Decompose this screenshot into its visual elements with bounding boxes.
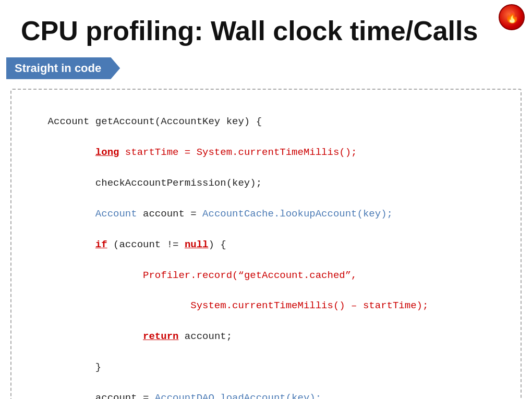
logo-icon: 🔥 xyxy=(499,4,526,31)
code-line-6a xyxy=(48,270,143,281)
code-line-4d: AccountCache.lookupAccount(key); xyxy=(202,208,393,220)
code-line-7b: System.currentTimeMillis() – startTime); xyxy=(190,300,428,311)
code-kw-return1: return xyxy=(143,331,178,342)
code-line-4a xyxy=(48,208,95,220)
code-line-4c: account = xyxy=(137,208,202,220)
code-box: Account getAccount(AccountKey key) { lon… xyxy=(10,89,522,399)
code-line-3: checkAccountPermission(key); xyxy=(48,177,262,189)
code-kw-long: long xyxy=(95,147,119,158)
code-kw-null: null xyxy=(185,239,209,250)
code-line-6b: Profiler.record(“getAccount.cached”, xyxy=(143,270,357,281)
code-line-10a: account = xyxy=(48,392,155,399)
label-text: Straight in code xyxy=(15,62,101,75)
code-line-5c: (account != xyxy=(107,239,185,250)
code-line-5a xyxy=(48,239,95,250)
code-line-1: Account getAccount(AccountKey key) { xyxy=(48,116,262,127)
code-kw-if: if xyxy=(95,239,107,250)
code-line-8a xyxy=(48,331,143,342)
label-banner: Straight in code xyxy=(6,57,120,79)
code-line-8c: account; xyxy=(178,331,232,342)
code-line-2-indent xyxy=(48,147,95,158)
code-line-10b: AccountDAO.loadAccount(key); xyxy=(155,392,321,399)
page-title: CPU profiling: Wall clock time/Calls xyxy=(0,0,532,57)
code-line-2c: startTime = System.currentTimeMillis(); xyxy=(119,147,357,158)
code-line-9: } xyxy=(48,361,102,373)
code-block: Account getAccount(AccountKey key) { lon… xyxy=(24,99,508,399)
code-kw-account: Account xyxy=(95,208,137,220)
code-line-5e: ) { xyxy=(208,239,226,250)
code-line-7a xyxy=(48,300,191,311)
